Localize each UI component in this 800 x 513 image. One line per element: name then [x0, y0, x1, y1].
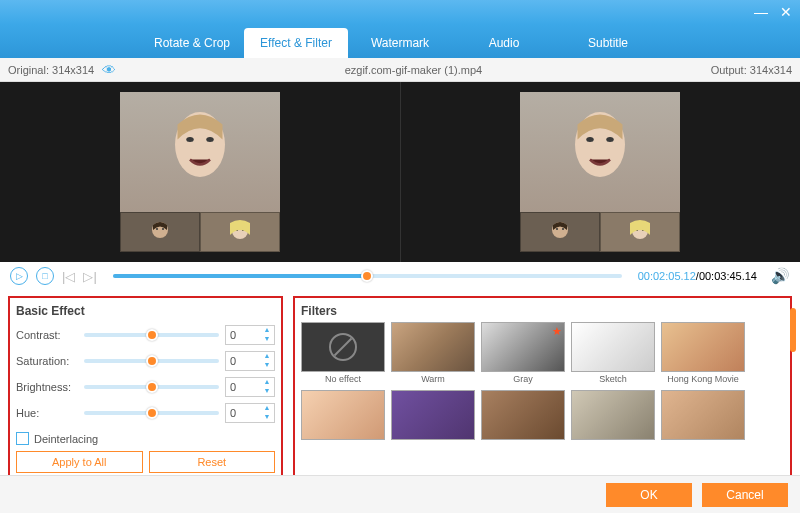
svg-point-14 [562, 228, 564, 230]
spin-down-icon[interactable]: ▼ [262, 413, 272, 422]
tab-bar: Rotate & Crop Effect & Filter Watermark … [0, 24, 800, 58]
svg-point-13 [556, 228, 558, 230]
spin-down-icon[interactable]: ▼ [262, 361, 272, 370]
svg-point-1 [186, 137, 194, 142]
svg-point-2 [206, 137, 214, 142]
svg-point-5 [162, 228, 164, 230]
playback-controls: ▷ □ |◁ ▷| 00:02:05.12/00:03:45.14 🔊 [0, 262, 800, 290]
ok-button[interactable]: OK [606, 483, 692, 507]
no-effect-icon [329, 333, 357, 361]
tab-rotate-crop[interactable]: Rotate & Crop [140, 28, 244, 58]
effect-label: Brightness: [16, 381, 78, 393]
preview-output [400, 82, 801, 262]
cancel-button[interactable]: Cancel [702, 483, 788, 507]
stop-button[interactable]: □ [36, 267, 54, 285]
eye-icon[interactable]: 👁 [102, 62, 116, 78]
filter-item[interactable] [571, 390, 655, 442]
reset-button[interactable]: Reset [149, 451, 276, 473]
spin-down-icon[interactable]: ▼ [262, 335, 272, 344]
time-display: 00:02:05.12/00:03:45.14 [638, 270, 757, 282]
prev-frame-button[interactable]: |◁ [62, 269, 75, 284]
star-icon: ★ [552, 325, 562, 338]
original-size-label: Original: 314x314 [8, 64, 94, 76]
filter-item[interactable] [481, 390, 565, 442]
apply-all-button[interactable]: Apply to All [16, 451, 143, 473]
effect-label: Hue: [16, 407, 78, 419]
filters-title: Filters [301, 304, 784, 318]
next-frame-button[interactable]: ▷| [83, 269, 96, 284]
filter-item[interactable] [301, 390, 385, 442]
effect-slider[interactable] [84, 359, 219, 363]
filters-panel: Filters No effectWarm★GraySketchHong Kon… [293, 296, 792, 481]
spin-up-icon[interactable]: ▲ [262, 378, 272, 387]
filter-label: Hong Kong Movie [667, 374, 739, 384]
filter-item[interactable]: No effect [301, 322, 385, 384]
spin-up-icon[interactable]: ▲ [262, 352, 272, 361]
deinterlacing-label: Deinterlacing [34, 433, 98, 445]
svg-point-11 [607, 137, 615, 142]
effect-slider[interactable] [84, 411, 219, 415]
basic-effect-panel: Basic Effect Contrast:0▲▼Saturation:0▲▼B… [8, 296, 283, 481]
tab-audio[interactable]: Audio [452, 28, 556, 58]
filename-label: ezgif.com-gif-maker (1).mp4 [345, 64, 483, 76]
effect-value-input[interactable]: 0▲▼ [225, 325, 275, 345]
tab-subtitle[interactable]: Subtitle [556, 28, 660, 58]
filter-label: Warm [421, 374, 445, 384]
effect-slider[interactable] [84, 385, 219, 389]
play-button[interactable]: ▷ [10, 267, 28, 285]
filter-item[interactable] [391, 390, 475, 442]
effect-slider[interactable] [84, 333, 219, 337]
svg-point-4 [156, 228, 158, 230]
tab-effect-filter[interactable]: Effect & Filter [244, 28, 348, 58]
filter-item[interactable]: ★Gray [481, 322, 565, 384]
effect-value-input[interactable]: 0▲▼ [225, 351, 275, 371]
effect-label: Saturation: [16, 355, 78, 367]
basic-effect-title: Basic Effect [16, 304, 275, 318]
filters-scrollbar[interactable] [790, 308, 796, 352]
svg-point-10 [587, 137, 595, 142]
output-size-label: Output: 314x314 [711, 64, 792, 76]
titlebar: — ✕ [0, 0, 800, 24]
filter-item[interactable]: Hong Kong Movie [661, 322, 745, 384]
tab-watermark[interactable]: Watermark [348, 28, 452, 58]
close-button[interactable]: ✕ [780, 4, 792, 20]
filter-label: Sketch [599, 374, 627, 384]
preview-original [0, 82, 400, 262]
spin-up-icon[interactable]: ▲ [262, 326, 272, 335]
filter-label: No effect [325, 374, 361, 384]
spin-down-icon[interactable]: ▼ [262, 387, 272, 396]
filter-item[interactable]: Warm [391, 322, 475, 384]
effect-label: Contrast: [16, 329, 78, 341]
preview-area [0, 82, 800, 262]
volume-icon[interactable]: 🔊 [771, 267, 790, 285]
effect-value-input[interactable]: 0▲▼ [225, 403, 275, 423]
minimize-button[interactable]: — [754, 4, 768, 20]
effect-value-input[interactable]: 0▲▼ [225, 377, 275, 397]
info-bar: Original: 314x314 👁 ezgif.com-gif-maker … [0, 58, 800, 82]
filter-item[interactable]: Sketch [571, 322, 655, 384]
filter-item[interactable] [661, 390, 745, 442]
footer: OK Cancel [0, 475, 800, 513]
deinterlacing-checkbox[interactable] [16, 432, 29, 445]
seek-slider[interactable] [113, 274, 622, 278]
spin-up-icon[interactable]: ▲ [262, 404, 272, 413]
filter-label: Gray [513, 374, 533, 384]
